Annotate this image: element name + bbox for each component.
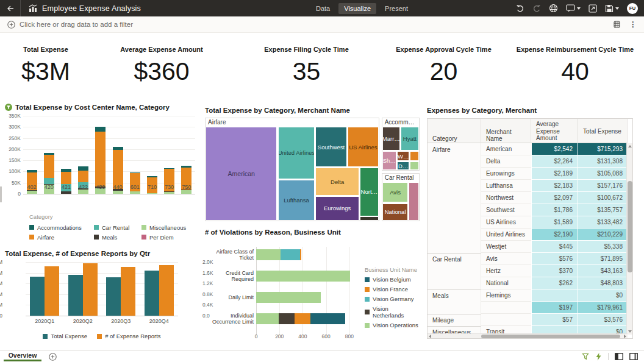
save-caret-icon[interactable]: [615, 7, 619, 10]
bar-segment-airfare[interactable]: [44, 155, 54, 178]
bar-total-expense[interactable]: [68, 275, 83, 316]
treemap-tile[interactable]: [410, 151, 419, 161]
table-row[interactable]: Delta$2,264$131,308: [428, 155, 628, 168]
lightning-icon[interactable]: [595, 353, 602, 361]
table-row[interactable]: AirfareAmerican$2,542$715,293: [428, 143, 628, 155]
add-sheet-icon[interactable]: [49, 353, 57, 361]
table-row[interactable]: Car RentalAvis$576$71,895: [428, 253, 628, 265]
filter-funnel-icon[interactable]: [582, 353, 589, 360]
treemap-tile-nort[interactable]: Nort…: [360, 168, 379, 216]
treemap-tile-southwest[interactable]: Southwest: [315, 127, 347, 167]
treemap-tile-usairlines[interactable]: US Airlines: [348, 127, 379, 167]
table-row[interactable]: US Airlines$1,589$133,482: [428, 216, 628, 229]
mode-tab-data[interactable]: Data: [310, 3, 335, 14]
treemap-tile-sh[interactable]: Sh…: [382, 151, 396, 170]
table-row[interactable]: $197$179,961: [428, 302, 628, 314]
horizontal-scroll-thumb[interactable]: [481, 335, 620, 338]
stacked-bar[interactable]: [256, 313, 345, 324]
table-row[interactable]: United Airlines$2,190$210,229: [428, 229, 628, 241]
filter-settings-icon[interactable]: [613, 21, 621, 28]
bar-segment-vision-netherlands[interactable]: [279, 313, 295, 324]
add-filter-icon[interactable]: [7, 21, 15, 29]
treemap-tile-unitedairlines[interactable]: United Airlines: [278, 127, 315, 179]
bar-segment-vision-france[interactable]: [295, 313, 310, 324]
treemap-tile-national[interactable]: National: [382, 204, 409, 221]
bar-segment-airfare[interactable]: [61, 172, 71, 183]
bar-segment-miscellaneous[interactable]: [164, 192, 174, 194]
stacked-bar[interactable]: [256, 249, 301, 260]
bar-segment-airfare[interactable]: [113, 150, 123, 190]
treemap-tile-hyatt[interactable]: Hyatt: [401, 127, 419, 151]
table-row[interactable]: National$262$48,803: [428, 277, 628, 289]
bar-segment-accommodations[interactable]: [95, 127, 106, 131]
table-row[interactable]: Southwest$1,786$135,757: [428, 204, 628, 216]
bar-segment-vision-operations[interactable]: [256, 313, 279, 324]
bar-segment-miscellaneous[interactable]: [181, 190, 191, 194]
column-header[interactable]: Category: [428, 119, 481, 144]
bar-segment-miscellaneous[interactable]: [27, 191, 37, 194]
column-header[interactable]: Merchant Name: [481, 119, 531, 144]
treemap-tile-d[interactable]: D…: [397, 161, 409, 170]
page-scrollbar-fragment[interactable]: [0, 186, 2, 202]
bar-segment-accommodations[interactable]: [78, 166, 88, 171]
bar--of-expense-reports[interactable]: [159, 265, 174, 316]
bar-segment-vision-france[interactable]: [300, 249, 301, 260]
bar-segment-miscellaneous[interactable]: [113, 191, 123, 194]
table-row[interactable]: Eurowings$2,189$105,088: [428, 168, 628, 180]
treemap-tile-american[interactable]: American: [206, 127, 277, 221]
undo-icon[interactable]: [516, 4, 524, 12]
redo-icon[interactable]: [532, 4, 541, 12]
bar-total-expense[interactable]: [145, 271, 159, 316]
bar--of-expense-reports[interactable]: [121, 267, 135, 316]
bar-segment-vision-operations[interactable]: [256, 271, 350, 282]
stacked-bar-402[interactable]: [27, 170, 37, 194]
scroll-down-arrow-icon[interactable]: [628, 330, 632, 333]
bar-total-expense[interactable]: [30, 277, 45, 316]
bar-segment-vision-germany[interactable]: [281, 249, 300, 260]
sheet-tab-overview[interactable]: Overview: [4, 352, 41, 361]
kebab-menu-icon[interactable]: ⋮: [629, 21, 637, 28]
scroll-right-arrow-icon[interactable]: [624, 335, 626, 338]
treemap-tile[interactable]: [410, 161, 419, 170]
column-header[interactable]: Total Expense: [578, 119, 628, 144]
layout-left-panel-icon[interactable]: [615, 353, 623, 360]
treemap-tile[interactable]: [360, 216, 379, 221]
bar-segment-vision-operations[interactable]: [256, 292, 321, 303]
stacked-bar[interactable]: [256, 292, 321, 303]
treemap-tile-lufthansa[interactable]: Lufthansa: [278, 180, 315, 221]
bar-segment-airfare[interactable]: [78, 171, 88, 182]
bar--of-expense-reports[interactable]: [83, 263, 98, 316]
table-row[interactable]: MealsFlemings$0: [428, 289, 628, 302]
bar-total-expense[interactable]: [106, 277, 121, 316]
stacked-bar[interactable]: [256, 271, 350, 282]
stacked-bar-601[interactable]: [130, 172, 140, 194]
bar-segment-meals[interactable]: [61, 191, 71, 194]
filter-bar-prompt[interactable]: Click here or drag data to add a filter: [20, 21, 133, 28]
table-row[interactable]: Hertz$370$43,163: [428, 265, 628, 277]
bar--of-expense-reports[interactable]: [45, 266, 59, 316]
globe-icon[interactable]: [549, 4, 558, 13]
bar-segment-vision-operations[interactable]: [256, 249, 281, 260]
vertical-scroll-thumb[interactable]: [628, 181, 632, 272]
comments-icon[interactable]: [566, 4, 581, 12]
table-vertical-scrollbar[interactable]: [626, 143, 632, 335]
bar-segment-airfare[interactable]: [95, 132, 106, 186]
treemap-tile-marr[interactable]: Marr…: [382, 127, 400, 151]
export-icon[interactable]: [589, 4, 597, 13]
treemap-tile-delta[interactable]: Delta: [315, 168, 359, 196]
column-header[interactable]: Average Expense Amount: [531, 119, 578, 144]
mode-tab-present[interactable]: Present: [379, 3, 413, 14]
table-row[interactable]: Lufthansa$2,183$157,176: [428, 180, 628, 192]
user-avatar[interactable]: FU: [627, 3, 638, 14]
table-row[interactable]: Mileage$57$3,576: [428, 314, 628, 326]
back-button[interactable]: [0, 0, 21, 16]
bar-segment-miscellaneous[interactable]: [147, 193, 157, 194]
treemap-tile-eurowings[interactable]: Eurowings: [315, 196, 359, 221]
bar-segment-miscellaneous[interactable]: [130, 191, 140, 194]
table-horizontal-scrollbar[interactable]: [428, 333, 628, 338]
layout-right-panel-icon[interactable]: [629, 353, 638, 360]
table-row[interactable]: Westjet$445$5,338: [428, 241, 628, 253]
table-row[interactable]: Northwest$2,097$100,672: [428, 192, 628, 204]
comments-caret-icon[interactable]: [577, 7, 581, 10]
scroll-left-arrow-icon[interactable]: [429, 335, 431, 338]
